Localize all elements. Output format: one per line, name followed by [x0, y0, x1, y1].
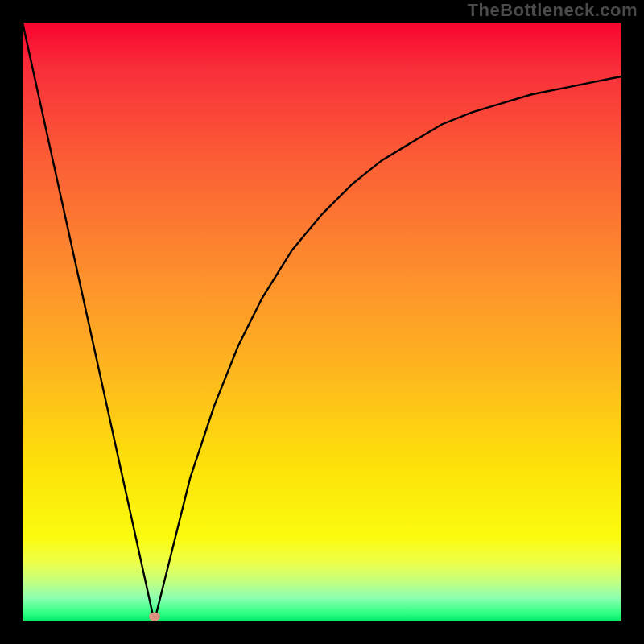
left-line — [23, 23, 155, 621]
curve-layer — [23, 23, 621, 621]
chart-frame: TheBottleneck.com — [0, 0, 644, 644]
watermark-text: TheBottleneck.com — [468, 0, 638, 21]
min-marker — [149, 613, 160, 621]
plot-area — [23, 23, 621, 621]
right-curve — [155, 76, 621, 621]
